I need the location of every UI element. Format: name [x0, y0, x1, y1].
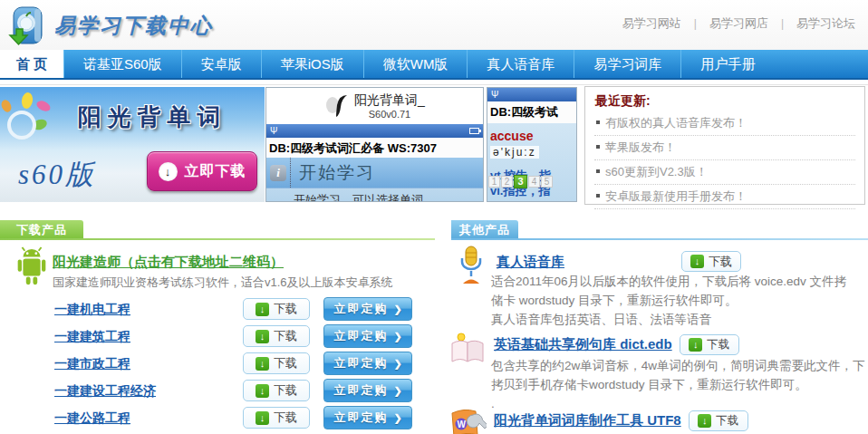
order-label: 立即定购	[333, 410, 388, 426]
header-links: 易学习网站 易学习网店 易学习论坛	[622, 15, 855, 32]
other-product-link[interactable]: 英语基础共享例句库 dict.edb	[494, 336, 672, 353]
page-number: 5	[541, 176, 553, 188]
download-label: 下载	[274, 355, 297, 371]
nav-tab[interactable]: 安卓版	[181, 50, 261, 78]
product-description: 国家建造师职业资格考试练习软件，适合v1.6及以上版本安卓系统	[53, 275, 393, 291]
product-link[interactable]: 一建市政工程	[54, 356, 130, 372]
download-icon: ↓	[256, 411, 269, 425]
tool-book-icon: W	[448, 407, 487, 434]
site-logo[interactable]: 易学习下载中心	[7, 5, 213, 47]
app-screenshot-2: Ψ DB:四级考试 accuse ə'kju:z vt.控告，指 vi.指控，指…	[487, 87, 577, 202]
order-label: 立即定购	[333, 382, 388, 399]
other-product-link[interactable]: 阳光背单词词库制作工具 UTF8	[494, 412, 681, 429]
product-link-builder[interactable]: 阳光建造师（点击有下载地址二维码）	[53, 254, 284, 271]
header-link[interactable]: 易学习网店	[681, 15, 768, 32]
download-button[interactable]: ↓ 下载	[680, 334, 739, 355]
banner-download-label: 立即下载	[185, 162, 246, 181]
download-button[interactable]: ↓ 下载	[243, 352, 310, 374]
download-icon: ↓	[690, 255, 704, 268]
chevron-right-icon: ❯	[393, 331, 401, 342]
download-arrow-icon: ↓	[159, 162, 178, 181]
app-title: 阳光背单词_	[354, 92, 425, 109]
download-icon: ↓	[689, 338, 702, 352]
other-product-description: 适合2011年06月以后版本的软件使用，下载后将 voice.edv 文件拷 储…	[491, 272, 846, 329]
order-button[interactable]: 立即定购 ❯	[323, 406, 412, 429]
header-link[interactable]: 易学习网站	[622, 15, 681, 32]
chevron-right-icon: ❯	[393, 304, 401, 315]
recent-updates-title: 最近更新:	[594, 92, 855, 111]
nav-tab[interactable]: 首 页	[0, 50, 63, 78]
download-icon: ↓	[698, 414, 711, 428]
recent-update-item[interactable]: 有版权的真人语音库发布！	[594, 111, 855, 136]
other-product-header: 阳光背单词词库制作工具 UTF8 ↓ 下载	[494, 410, 748, 431]
download-label: 下载	[274, 328, 297, 344]
order-label: 立即定购	[333, 328, 388, 344]
vocab-word: accuse	[490, 129, 576, 143]
open-book-icon	[448, 332, 488, 366]
recent-update-item[interactable]: 安卓版最新使用手册发布！	[594, 185, 855, 209]
section-divider	[0, 238, 435, 240]
menu-selected-row: i 开始学习	[266, 158, 483, 188]
order-button[interactable]: 立即定购 ❯	[323, 297, 412, 321]
nav-tab[interactable]: 用户手册	[680, 50, 774, 78]
other-product-header: 英语基础共享例句库 dict.edb ↓ 下载	[494, 334, 739, 355]
header-link[interactable]: 易学习论坛	[768, 15, 855, 32]
product-link[interactable]: 一建公路工程	[54, 410, 130, 427]
download-icon: ↓	[256, 330, 269, 343]
download-button[interactable]: ↓ 下载	[243, 380, 310, 401]
download-rows: 一建机电工程 ↓ 下载 立即定购 ❯ 一建建筑工程 ↓ 下载 立即定购	[0, 296, 435, 432]
signal-icon: Ψ	[270, 126, 277, 136]
page: 易学习下载中心 易学习网站 易学习网店 易学习论坛 首 页 诺基亚S60版 安卓…	[0, 0, 868, 434]
nav-tab[interactable]: 诺基亚S60版	[63, 50, 181, 78]
nav-tab[interactable]: 苹果iOS版	[261, 50, 363, 78]
recent-update-item[interactable]: s60更新到V2.3版！	[594, 160, 855, 185]
recent-updates-list: 有版权的真人语音库发布！ 苹果版发布！ s60更新到V2.3版！ 安卓版最新使用…	[594, 111, 855, 209]
nav-tab[interactable]: 易学习词库	[574, 50, 680, 78]
app-version: S60v0.71	[354, 109, 425, 120]
download-button[interactable]: ↓ 下载	[243, 298, 310, 320]
svg-text:W: W	[458, 420, 467, 429]
download-button[interactable]: ↓ 下载	[689, 410, 748, 431]
download-row: 一建机电工程 ↓ 下载 立即定购 ❯	[0, 296, 435, 323]
product-link[interactable]: 一建建筑工程	[54, 329, 130, 345]
other-product-link[interactable]: 真人语音库	[497, 254, 564, 271]
order-button[interactable]: 立即定购 ❯	[323, 379, 412, 402]
download-label: 下载	[709, 254, 732, 270]
recent-updates-panel: 最近更新: 有版权的真人语音库发布！ 苹果版发布！ s60更新到V2.3版！ 安…	[584, 86, 865, 205]
section-tab-others: 其他产品	[451, 220, 518, 240]
product-link[interactable]: 一建机电工程	[54, 302, 130, 318]
download-label: 下载	[274, 301, 297, 317]
signal-icon: Ψ	[491, 90, 498, 100]
order-label: 立即定购	[333, 355, 388, 371]
info-icon: i	[270, 165, 286, 181]
banner-subtitle: s60版	[18, 156, 96, 194]
nav-tab[interactable]: 微软WM版	[363, 50, 468, 78]
db-status-line: DB:四级考试	[487, 101, 576, 123]
download-button[interactable]: ↓ 下载	[243, 407, 310, 429]
android-icon	[11, 246, 53, 289]
order-button[interactable]: 立即定购 ❯	[323, 324, 412, 348]
chevron-right-icon: ❯	[393, 358, 401, 370]
pagination: 1 2 3 4 5	[488, 176, 553, 188]
app-header: 阳光背单词_ S60v0.71	[266, 88, 483, 124]
download-button[interactable]: ↓ 下载	[243, 325, 310, 347]
main-nav: 首 页 诺基亚S60版 安卓版 苹果iOS版 微软WM版 真人语音库 易学习词库…	[0, 50, 868, 80]
app-logo-icon	[324, 92, 348, 120]
app-screenshot-1: 阳光背单词_ S60v0.71 Ψ DB:四级考试词汇必备 WS:7307 i …	[265, 87, 484, 202]
download-icon: ↓	[256, 384, 269, 398]
download-label: 下载	[707, 337, 729, 352]
section-tab-downloads: 下载产品	[0, 220, 83, 240]
download-icon: ↓	[256, 357, 269, 371]
section-divider	[451, 238, 868, 240]
download-label: 下载	[274, 382, 297, 399]
recent-update-item[interactable]: 苹果版发布！	[594, 136, 855, 160]
download-button[interactable]: ↓ 下载	[681, 251, 741, 272]
page-number: 4	[528, 176, 540, 188]
order-button[interactable]: 立即定购 ❯	[323, 352, 412, 375]
order-label: 立即定购	[333, 301, 388, 317]
promo-banner[interactable]: 阳光背单词 s60版 ↓ 立即下载	[0, 87, 265, 202]
banner-download-button[interactable]: ↓ 立即下载	[147, 151, 257, 191]
microphone-icon	[456, 246, 487, 285]
nav-tab[interactable]: 真人语音库	[467, 50, 574, 78]
product-link[interactable]: 一建建设工程经济	[54, 383, 156, 400]
